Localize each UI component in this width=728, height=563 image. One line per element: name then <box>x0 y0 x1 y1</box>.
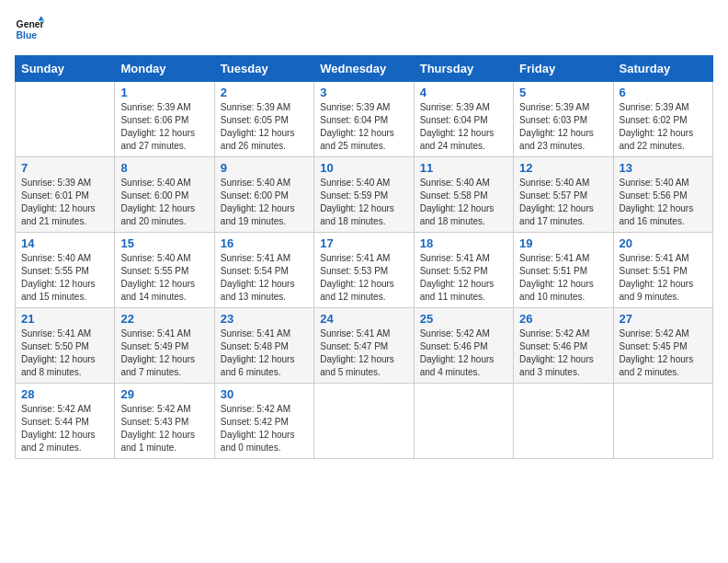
calendar-cell: 18 Sunrise: 5:41 AM Sunset: 5:52 PM Dayl… <box>414 233 513 308</box>
cell-info: Sunrise: 5:42 AM Sunset: 5:43 PM Dayligh… <box>120 403 208 454</box>
week-row-1: 1 Sunrise: 5:39 AM Sunset: 6:06 PM Dayli… <box>16 82 713 157</box>
daylight-text: Daylight: 12 hours and 2 minutes. <box>21 429 108 454</box>
sunrise-text: Sunrise: 5:39 AM <box>221 101 308 114</box>
calendar-cell: 7 Sunrise: 5:39 AM Sunset: 6:01 PM Dayli… <box>16 157 115 233</box>
cell-info: Sunrise: 5:40 AM Sunset: 5:55 PM Dayligh… <box>120 252 208 304</box>
cell-info: Sunrise: 5:39 AM Sunset: 6:03 PM Dayligh… <box>519 101 607 153</box>
calendar-cell: 10 Sunrise: 5:40 AM Sunset: 5:59 PM Dayl… <box>314 157 414 233</box>
day-number: 13 <box>620 161 707 175</box>
daylight-text: Daylight: 12 hours and 26 minutes. <box>221 127 308 153</box>
calendar-cell: 2 Sunrise: 5:39 AM Sunset: 6:05 PM Dayli… <box>214 82 313 157</box>
cell-info: Sunrise: 5:39 AM Sunset: 6:02 PM Dayligh… <box>620 101 707 153</box>
calendar-header-row: SundayMondayTuesdayWednesdayThursdayFrid… <box>16 56 713 82</box>
daylight-text: Daylight: 12 hours and 2 minutes. <box>620 353 707 379</box>
cell-info: Sunrise: 5:41 AM Sunset: 5:54 PM Dayligh… <box>221 252 308 304</box>
sunset-text: Sunset: 5:47 PM <box>320 340 407 353</box>
week-row-4: 21 Sunrise: 5:41 AM Sunset: 5:50 PM Dayl… <box>16 308 713 384</box>
cell-info: Sunrise: 5:39 AM Sunset: 6:04 PM Dayligh… <box>420 101 507 153</box>
cell-info: Sunrise: 5:42 AM Sunset: 5:44 PM Dayligh… <box>21 403 108 454</box>
header-thursday: Thursday <box>414 56 513 82</box>
daylight-text: Daylight: 12 hours and 0 minutes. <box>221 429 308 454</box>
sunrise-text: Sunrise: 5:39 AM <box>320 101 407 114</box>
daylight-text: Daylight: 12 hours and 12 minutes. <box>320 278 407 304</box>
sunrise-text: Sunrise: 5:41 AM <box>221 327 308 340</box>
sunset-text: Sunset: 5:50 PM <box>21 340 108 353</box>
sunset-text: Sunset: 6:06 PM <box>120 114 208 127</box>
header-monday: Monday <box>115 56 214 82</box>
daylight-text: Daylight: 12 hours and 19 minutes. <box>221 202 308 228</box>
sunset-text: Sunset: 5:52 PM <box>420 265 507 278</box>
day-number: 5 <box>519 86 607 99</box>
sunset-text: Sunset: 5:44 PM <box>21 416 108 429</box>
sunrise-text: Sunrise: 5:41 AM <box>120 327 208 340</box>
daylight-text: Daylight: 12 hours and 4 minutes. <box>420 353 507 379</box>
calendar-table: SundayMondayTuesdayWednesdayThursdayFrid… <box>15 55 713 459</box>
header-sunday: Sunday <box>16 56 115 82</box>
daylight-text: Daylight: 12 hours and 3 minutes. <box>519 353 607 379</box>
day-number: 10 <box>320 161 407 175</box>
cell-info: Sunrise: 5:40 AM Sunset: 5:57 PM Dayligh… <box>519 177 607 228</box>
sunset-text: Sunset: 6:05 PM <box>221 114 308 127</box>
daylight-text: Daylight: 12 hours and 1 minute. <box>120 429 208 454</box>
cell-info: Sunrise: 5:40 AM Sunset: 5:59 PM Dayligh… <box>320 177 407 228</box>
daylight-text: Daylight: 12 hours and 17 minutes. <box>519 202 607 228</box>
day-number: 22 <box>120 312 208 326</box>
day-number: 27 <box>620 312 707 326</box>
day-number: 3 <box>320 86 407 99</box>
sunset-text: Sunset: 5:43 PM <box>120 416 208 429</box>
sunrise-text: Sunrise: 5:39 AM <box>420 101 507 114</box>
calendar-cell: 22 Sunrise: 5:41 AM Sunset: 5:49 PM Dayl… <box>115 308 214 384</box>
sunrise-text: Sunrise: 5:40 AM <box>519 177 607 190</box>
cell-info: Sunrise: 5:42 AM Sunset: 5:42 PM Dayligh… <box>221 403 308 454</box>
cell-info: Sunrise: 5:42 AM Sunset: 5:46 PM Dayligh… <box>420 327 507 379</box>
day-number: 1 <box>120 86 208 99</box>
sunrise-text: Sunrise: 5:40 AM <box>221 177 308 190</box>
calendar-cell <box>314 384 414 459</box>
daylight-text: Daylight: 12 hours and 18 minutes. <box>320 202 407 228</box>
header-wednesday: Wednesday <box>314 56 414 82</box>
calendar-cell <box>613 384 712 459</box>
daylight-text: Daylight: 12 hours and 7 minutes. <box>120 353 208 379</box>
daylight-text: Daylight: 12 hours and 9 minutes. <box>620 278 707 304</box>
header-saturday: Saturday <box>613 56 712 82</box>
cell-info: Sunrise: 5:40 AM Sunset: 5:58 PM Dayligh… <box>420 177 507 228</box>
day-number: 15 <box>120 236 208 250</box>
sunset-text: Sunset: 6:03 PM <box>519 114 607 127</box>
calendar-cell: 16 Sunrise: 5:41 AM Sunset: 5:54 PM Dayl… <box>214 233 313 308</box>
day-number: 20 <box>620 236 707 250</box>
calendar-cell: 19 Sunrise: 5:41 AM Sunset: 5:51 PM Dayl… <box>514 233 613 308</box>
cell-info: Sunrise: 5:39 AM Sunset: 6:06 PM Dayligh… <box>120 101 208 153</box>
calendar-cell: 3 Sunrise: 5:39 AM Sunset: 6:04 PM Dayli… <box>314 82 414 157</box>
sunrise-text: Sunrise: 5:41 AM <box>620 252 707 265</box>
day-number: 19 <box>519 236 607 250</box>
day-number: 26 <box>519 312 607 326</box>
sunset-text: Sunset: 5:57 PM <box>519 190 607 202</box>
sunrise-text: Sunrise: 5:42 AM <box>21 403 108 416</box>
sunrise-text: Sunrise: 5:41 AM <box>519 252 607 265</box>
svg-text:General: General <box>17 19 44 29</box>
calendar-cell: 30 Sunrise: 5:42 AM Sunset: 5:42 PM Dayl… <box>214 384 313 459</box>
calendar-cell: 9 Sunrise: 5:40 AM Sunset: 6:00 PM Dayli… <box>214 157 313 233</box>
sunrise-text: Sunrise: 5:40 AM <box>620 177 707 190</box>
sunrise-text: Sunrise: 5:41 AM <box>420 252 507 265</box>
sunset-text: Sunset: 5:51 PM <box>620 265 707 278</box>
sunset-text: Sunset: 5:59 PM <box>320 190 407 202</box>
cell-info: Sunrise: 5:41 AM Sunset: 5:47 PM Dayligh… <box>320 327 407 379</box>
sunrise-text: Sunrise: 5:42 AM <box>420 327 507 340</box>
cell-info: Sunrise: 5:40 AM Sunset: 5:56 PM Dayligh… <box>620 177 707 228</box>
day-number: 7 <box>21 161 108 175</box>
sunset-text: Sunset: 5:58 PM <box>420 190 507 202</box>
day-number: 14 <box>21 236 108 250</box>
calendar-cell: 20 Sunrise: 5:41 AM Sunset: 5:51 PM Dayl… <box>613 233 712 308</box>
sunset-text: Sunset: 6:04 PM <box>420 114 507 127</box>
sunrise-text: Sunrise: 5:41 AM <box>221 252 308 265</box>
day-number: 2 <box>221 86 308 99</box>
calendar-cell: 6 Sunrise: 5:39 AM Sunset: 6:02 PM Dayli… <box>613 82 712 157</box>
daylight-text: Daylight: 12 hours and 5 minutes. <box>320 353 407 379</box>
daylight-text: Daylight: 12 hours and 8 minutes. <box>21 353 108 379</box>
daylight-text: Daylight: 12 hours and 14 minutes. <box>120 278 208 304</box>
sunrise-text: Sunrise: 5:39 AM <box>21 177 108 190</box>
daylight-text: Daylight: 12 hours and 25 minutes. <box>320 127 407 153</box>
sunrise-text: Sunrise: 5:42 AM <box>120 403 208 416</box>
calendar-cell: 14 Sunrise: 5:40 AM Sunset: 5:55 PM Dayl… <box>16 233 115 308</box>
